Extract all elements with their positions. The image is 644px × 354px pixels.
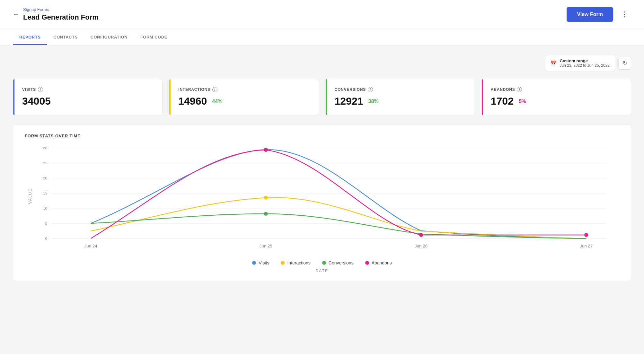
chart-title: FORM STATS OVER TIME bbox=[25, 134, 619, 138]
date-range-picker[interactable]: 📅 Custom range Jun 23, 2022 to Jun 25, 2… bbox=[545, 55, 615, 71]
interactions-info-icon[interactable]: i bbox=[212, 87, 217, 92]
header: ← Signup Forms Lead Generation Form View… bbox=[0, 0, 644, 29]
back-arrow-icon[interactable]: ← bbox=[13, 11, 19, 18]
svg-text:Jun 24: Jun 24 bbox=[84, 244, 97, 248]
chart-card: FORM STATS OVER TIME 30 25 20 15 10 5 0 bbox=[13, 124, 631, 281]
tabs-container: REPORTS CONTACTS CONFIGURATION FORM CODE bbox=[0, 29, 644, 45]
svg-point-29 bbox=[264, 148, 268, 152]
tabs: REPORTS CONTACTS CONFIGURATION FORM CODE bbox=[13, 29, 631, 45]
interactions-pct: 44% bbox=[212, 99, 222, 104]
page-title: Lead Generation Form bbox=[23, 13, 99, 22]
svg-text:VALUE: VALUE bbox=[28, 188, 32, 204]
legend-abandons-label: Abandons bbox=[372, 260, 392, 265]
conversions-value: 12921 bbox=[335, 95, 363, 107]
header-actions: View Form ⋮ bbox=[567, 7, 631, 22]
svg-point-31 bbox=[584, 233, 588, 237]
tab-reports[interactable]: REPORTS bbox=[13, 29, 47, 45]
svg-text:5: 5 bbox=[45, 221, 47, 225]
refresh-icon: ↻ bbox=[623, 60, 627, 66]
interactions-label: INTERACTIONS i bbox=[178, 87, 309, 92]
legend-visits: Visits bbox=[252, 260, 269, 265]
svg-text:Jun 27: Jun 27 bbox=[580, 244, 593, 248]
view-form-button[interactable]: View Form bbox=[567, 7, 613, 22]
stats-row: VISITS i 34005 INTERACTIONS i 14960 44% … bbox=[13, 79, 631, 115]
abandons-label: ABANDONS i bbox=[491, 87, 622, 92]
legend-interactions-dot bbox=[281, 261, 285, 265]
header-left: ← Signup Forms Lead Generation Form bbox=[13, 7, 99, 22]
legend-visits-dot bbox=[252, 261, 256, 265]
visits-value: 34005 bbox=[22, 95, 51, 107]
conversions-label: CONVERSIONS i bbox=[335, 87, 466, 92]
chart-legend: Visits Interactions Conversions Abandons bbox=[25, 260, 619, 265]
svg-text:25: 25 bbox=[43, 161, 47, 165]
date-range-row: 📅 Custom range Jun 23, 2022 to Jun 25, 2… bbox=[13, 55, 631, 71]
refresh-button[interactable]: ↻ bbox=[618, 57, 631, 70]
stat-card-interactions: INTERACTIONS i 14960 44% bbox=[169, 79, 319, 115]
legend-interactions-label: Interactions bbox=[287, 260, 310, 265]
tab-form-code[interactable]: FORM CODE bbox=[134, 29, 174, 45]
legend-abandons: Abandons bbox=[365, 260, 392, 265]
stat-card-visits: VISITS i 34005 bbox=[13, 79, 163, 115]
svg-text:Jun 26: Jun 26 bbox=[415, 244, 428, 248]
conversions-pct: 38% bbox=[368, 99, 378, 104]
x-axis-title: DATE bbox=[25, 269, 619, 273]
svg-text:Jun 25: Jun 25 bbox=[260, 244, 272, 248]
legend-visits-label: Visits bbox=[259, 260, 269, 265]
svg-text:15: 15 bbox=[43, 191, 47, 195]
svg-point-26 bbox=[264, 212, 268, 216]
abandons-pct: 5% bbox=[519, 99, 526, 104]
legend-conversions-dot bbox=[322, 261, 326, 265]
chart-svg: 30 25 20 15 10 5 0 Jun 24 Jun 25 Jun 26 … bbox=[25, 145, 619, 254]
header-title-row: ← Signup Forms Lead Generation Form bbox=[13, 7, 99, 22]
stat-card-abandons: ABANDONS i 1702 5% bbox=[481, 79, 631, 115]
legend-conversions: Conversions bbox=[322, 260, 354, 265]
abandons-value: 1702 bbox=[491, 95, 514, 107]
breadcrumb[interactable]: Signup Forms bbox=[23, 7, 99, 12]
visits-label: VISITS i bbox=[22, 87, 153, 92]
legend-conversions-label: Conversions bbox=[329, 260, 354, 265]
legend-interactions: Interactions bbox=[281, 260, 310, 265]
legend-abandons-dot bbox=[365, 261, 369, 265]
tab-configuration[interactable]: CONFIGURATION bbox=[84, 29, 134, 45]
svg-text:20: 20 bbox=[43, 176, 47, 180]
date-range-value: Jun 23, 2022 to Jun 25, 2022 bbox=[560, 63, 610, 68]
svg-text:10: 10 bbox=[43, 206, 47, 210]
tab-contacts[interactable]: CONTACTS bbox=[47, 29, 84, 45]
chart-area: 30 25 20 15 10 5 0 Jun 24 Jun 25 Jun 26 … bbox=[25, 145, 619, 254]
svg-point-30 bbox=[419, 233, 423, 237]
date-range-label: Custom range bbox=[560, 58, 610, 63]
visits-info-icon[interactable]: i bbox=[38, 87, 43, 92]
conversions-info-icon[interactable]: i bbox=[368, 87, 373, 92]
svg-text:30: 30 bbox=[43, 146, 47, 150]
interactions-value: 14960 bbox=[178, 95, 207, 107]
abandons-info-icon[interactable]: i bbox=[517, 87, 522, 92]
stat-card-conversions: CONVERSIONS i 12921 38% bbox=[325, 79, 475, 115]
more-options-button[interactable]: ⋮ bbox=[618, 8, 631, 21]
svg-text:0: 0 bbox=[45, 237, 47, 240]
svg-point-23 bbox=[264, 196, 268, 200]
calendar-icon: 📅 bbox=[551, 60, 557, 66]
main-content: 📅 Custom range Jun 23, 2022 to Jun 25, 2… bbox=[0, 45, 644, 291]
